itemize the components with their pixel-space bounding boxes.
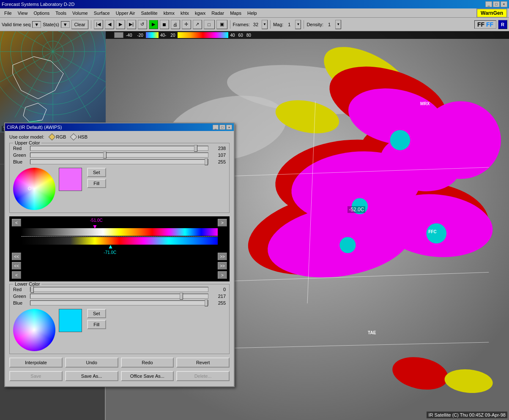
menu-kbmx[interactable]: kbmx xyxy=(161,10,177,16)
menu-options[interactable]: Options xyxy=(31,10,52,16)
print-button[interactable]: 🖨 xyxy=(171,20,180,29)
menu-surface[interactable]: Surface xyxy=(91,10,112,16)
interpolate-button[interactable]: Interpolate xyxy=(9,357,63,368)
upper-green-thumb[interactable] xyxy=(103,152,107,158)
sat-copyright: IR Satellite (C) Thu 00:45Z 09-Apr-98 xyxy=(427,412,507,418)
redo-button[interactable]: Redo xyxy=(121,357,174,368)
maximize-button[interactable]: □ xyxy=(493,1,500,7)
grad-right-small-2[interactable]: > xyxy=(218,271,227,279)
upper-marker-label: -51.0C xyxy=(90,218,103,223)
upper-blue-label: Blue xyxy=(13,159,30,164)
grad-left-large[interactable]: << xyxy=(12,253,21,260)
upper-section-label: Upper Color xyxy=(13,140,41,145)
lower-green-value: 217 xyxy=(211,294,226,299)
color-editor-minimize[interactable]: _ xyxy=(213,125,219,130)
color-editor-close[interactable]: × xyxy=(226,125,232,130)
menu-maps[interactable]: Maps xyxy=(227,10,244,16)
hsb-radio[interactable] xyxy=(70,134,77,141)
save-as-button[interactable]: Save As... xyxy=(65,371,118,381)
upper-set-button[interactable]: Set xyxy=(87,168,106,177)
rgb-option[interactable]: RGB xyxy=(49,134,66,139)
play-button[interactable]: ▶ xyxy=(149,20,158,29)
menu-khtx[interactable]: khtx xyxy=(178,10,192,16)
stop-button[interactable]: ⏹ xyxy=(160,20,169,29)
revert-button[interactable]: Revert xyxy=(176,357,230,368)
color-editor-maximize[interactable]: □ xyxy=(219,125,225,130)
menu-volume[interactable]: Volume xyxy=(70,10,90,16)
box-select-button[interactable]: □ xyxy=(204,20,215,29)
state-dropdown[interactable]: ▼ xyxy=(61,21,70,28)
valid-time-dropdown[interactable]: ▼ xyxy=(32,21,41,28)
lower-red-slider[interactable] xyxy=(30,287,208,292)
upper-red-thumb[interactable] xyxy=(194,145,197,152)
lower-green-thumb[interactable] xyxy=(180,293,183,300)
lower-set-fill-buttons: Set Fill xyxy=(87,309,106,329)
office-save-as-button[interactable]: Office Save As... xyxy=(121,371,174,381)
color-editor-body: Use color model: RGB HSB Upper Color Red xyxy=(5,131,234,386)
grad-left-large-2[interactable]: << xyxy=(12,262,21,270)
save-button[interactable]: Save xyxy=(9,371,63,381)
menu-satellite[interactable]: Satellite xyxy=(138,10,160,16)
upper-green-slider[interactable] xyxy=(30,153,208,158)
menu-view[interactable]: View xyxy=(15,10,30,16)
grad-right-large-2[interactable]: >> xyxy=(218,262,227,270)
lower-color-wheel[interactable] xyxy=(13,309,55,351)
lower-blue-thumb[interactable] xyxy=(205,300,208,306)
first-frame-button[interactable]: |◀ xyxy=(94,20,103,29)
upper-wheel-dot[interactable] xyxy=(28,187,31,190)
menu-kgwx[interactable]: kgwx xyxy=(192,10,208,16)
frames-value: 32 xyxy=(252,22,260,27)
density-down[interactable]: ▼ xyxy=(335,20,341,29)
upper-fill-button[interactable]: Fill xyxy=(87,179,106,188)
warngen-button[interactable]: WarnGen xyxy=(476,8,507,18)
menu-upper-air[interactable]: Upper Air xyxy=(113,10,138,16)
mag-down[interactable]: ▼ xyxy=(295,20,301,29)
label-ffc: FFC xyxy=(428,229,436,234)
prev-button[interactable]: ◀ xyxy=(105,20,114,29)
last-frame-button[interactable]: ▶| xyxy=(127,20,136,29)
close-button[interactable]: × xyxy=(501,1,507,7)
grad-left-small[interactable]: < xyxy=(12,219,21,226)
minimize-button[interactable]: _ xyxy=(485,1,492,7)
crosshair-button[interactable]: ✛ xyxy=(182,20,191,29)
upper-blue-slider[interactable] xyxy=(30,159,208,164)
grad-left-small-2[interactable]: < xyxy=(12,271,21,279)
gradient-bottom-controls-3: < > xyxy=(12,271,227,279)
clear-button[interactable]: Clear xyxy=(71,20,88,29)
menu-tools[interactable]: Tools xyxy=(53,10,69,16)
undo-button[interactable]: Undo xyxy=(65,357,118,368)
lower-sliders: Red 0 Green 217 xyxy=(13,287,226,307)
next-button[interactable]: ▶ xyxy=(116,20,125,29)
lower-green-slider[interactable] xyxy=(30,294,208,299)
upper-red-slider[interactable] xyxy=(30,146,208,151)
upper-blue-thumb[interactable] xyxy=(205,158,208,165)
lower-fill-button[interactable]: Fill xyxy=(87,320,106,329)
r-button[interactable]: R xyxy=(498,20,507,29)
lower-color-inner: Red 0 Green 217 xyxy=(13,287,226,307)
lower-set-button[interactable]: Set xyxy=(87,309,106,318)
menu-help[interactable]: Help xyxy=(245,10,260,16)
temp-label: -52.0C xyxy=(348,206,365,213)
loop-button[interactable]: ↺ xyxy=(138,20,147,29)
upper-sliders: Red 238 Green 107 xyxy=(13,146,226,166)
grad-right-large[interactable]: >> xyxy=(218,253,227,260)
rgb-label: RGB xyxy=(56,134,66,139)
small-map-top[interactable]: Thu 03:00Z 09-Apr-98 xyxy=(0,31,106,133)
gradient-bottom-controls-2: << >> xyxy=(12,262,227,270)
lower-blue-slider[interactable] xyxy=(30,300,208,305)
upper-color-wheel[interactable] xyxy=(13,168,55,210)
hsb-option[interactable]: HSB xyxy=(71,134,88,139)
lower-red-thumb[interactable] xyxy=(30,286,34,293)
state-label: State(s) xyxy=(43,22,59,27)
arrow-button[interactable]: ↗ xyxy=(193,20,202,29)
lower-preview-area xyxy=(59,309,82,332)
menu-radar[interactable]: Radar xyxy=(209,10,227,16)
hsb-label: HSB xyxy=(78,134,88,139)
rgb-radio[interactable] xyxy=(48,134,55,141)
grad-right-small[interactable]: > xyxy=(218,219,227,226)
delete-button[interactable]: Delete... xyxy=(176,371,230,381)
window-controls: _ □ × xyxy=(485,1,507,7)
frames-down[interactable]: ▼ xyxy=(262,20,268,29)
box-select2-button[interactable]: ▣ xyxy=(216,20,227,29)
menu-file[interactable]: File xyxy=(2,10,14,16)
